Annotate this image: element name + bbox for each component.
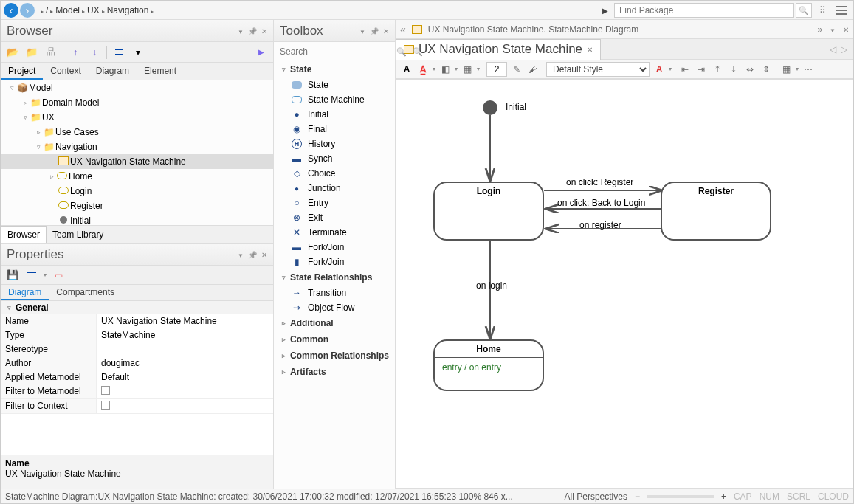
tool-terminate[interactable]: Terminate [274, 225, 395, 240]
close-icon[interactable] [261, 249, 267, 260]
menu-button[interactable] [24, 268, 39, 283]
toolbox-section-common[interactable]: Common [274, 331, 395, 348]
tab-browser[interactable]: Browser [1, 226, 47, 243]
prop-type[interactable]: StateMachine [97, 328, 273, 342]
zoom-out[interactable]: − [635, 491, 640, 502]
tab-next[interactable]: ▷ [841, 44, 847, 55]
close-icon[interactable] [843, 24, 849, 35]
state-register[interactable]: Register [661, 182, 771, 241]
tool-choice[interactable]: Choice [274, 166, 395, 181]
project-tree[interactable]: Model Domain Model UX Use Cases Navigati… [1, 80, 273, 225]
save-button[interactable] [5, 268, 20, 283]
search-icon[interactable] [413, 46, 423, 57]
toolbox-section-commonrel[interactable]: Common Relationships [274, 348, 395, 364]
tree-node-home[interactable]: Home [1, 169, 273, 184]
font-color-button[interactable]: A [400, 62, 413, 77]
tree-node-ux[interactable]: UX [1, 110, 273, 125]
more-button[interactable]: ⋯ [802, 62, 815, 77]
pin-icon[interactable] [248, 249, 257, 260]
tool-history[interactable]: History [274, 137, 395, 151]
tab-compartments[interactable]: Compartments [49, 285, 122, 300]
fill-color-button[interactable]: A̲ [416, 62, 430, 77]
panel-dropdown-icon[interactable] [238, 249, 244, 260]
section-general[interactable]: General [1, 301, 273, 314]
nav-back-button[interactable] [4, 3, 18, 18]
tree-node-diagram[interactable]: UX Navigation State Machine [1, 154, 273, 169]
status-perspectives[interactable]: All Perspectives [565, 491, 627, 502]
text-style-button[interactable]: A [652, 62, 666, 77]
menu-button[interactable] [833, 2, 850, 18]
tab-project[interactable]: Project [1, 63, 43, 80]
panel-dropdown-icon[interactable] [359, 26, 365, 36]
prop-stereotype[interactable] [97, 342, 273, 356]
prop-author[interactable]: dougimac [97, 356, 273, 370]
tool-statemachine[interactable]: State Machine [274, 92, 395, 107]
tree-node-model[interactable]: Model [1, 80, 273, 95]
toolbox-search-input[interactable] [277, 46, 393, 57]
tab-team-library[interactable]: Team Library [47, 226, 109, 243]
tree-node-login[interactable]: Login [1, 184, 273, 199]
prop-filter-metamodel[interactable] [97, 384, 273, 398]
tool-forkjoin-h[interactable]: Fork/Join [274, 240, 395, 255]
tool-state[interactable]: State [274, 77, 395, 92]
tab-diagram-props[interactable]: Diagram [1, 285, 49, 300]
zoom-in[interactable]: + [721, 491, 726, 502]
tab-element[interactable]: Element [137, 63, 184, 80]
close-icon[interactable] [261, 26, 267, 36]
tool-exit[interactable]: Exit [274, 210, 395, 225]
structure-button[interactable] [44, 45, 58, 60]
style-select[interactable]: Default Style [546, 62, 650, 77]
brush-button[interactable]: 🖌 [526, 62, 540, 77]
layout-button[interactable]: ▦ [779, 62, 793, 77]
search-button[interactable] [796, 3, 812, 18]
tree-node-register[interactable]: Register [1, 199, 273, 213]
zoom-slider[interactable] [647, 495, 714, 498]
diagram-back-button[interactable] [400, 24, 406, 35]
toolbox-section-state[interactable]: State [274, 61, 395, 77]
align-right-button[interactable]: ⇥ [695, 62, 708, 77]
open-folder-button[interactable] [24, 45, 39, 60]
properties-grid[interactable]: General NameUX Navigation State Machine … [1, 301, 273, 455]
play-icon[interactable] [598, 5, 613, 15]
menu-dropdown[interactable]: ▾ [131, 45, 145, 60]
diagram-tab-active[interactable]: UX Navigation State Machine [396, 39, 601, 60]
run-button[interactable] [254, 45, 269, 60]
tool-objectflow[interactable]: Object Flow [274, 300, 395, 315]
toolbox-section-additional[interactable]: Additional [274, 315, 395, 331]
prop-metamodel[interactable]: Default [97, 370, 273, 384]
tab-context[interactable]: Context [43, 63, 88, 80]
same-width-button[interactable]: ⇔ [743, 62, 757, 77]
panel-dropdown-icon[interactable] [830, 24, 836, 35]
initial-node[interactable] [483, 100, 497, 115]
tab-prev[interactable]: ◁ [830, 44, 836, 55]
border-color-button[interactable]: ▦ [461, 62, 474, 77]
toolbox-section-relationships[interactable]: State Relationships [274, 269, 395, 286]
panel-dropdown-icon[interactable] [238, 26, 244, 36]
state-login[interactable]: Login [433, 182, 544, 241]
tree-node-navigation[interactable]: Navigation [1, 139, 273, 154]
pin-icon[interactable] [370, 26, 379, 36]
tool-forkjoin-v[interactable]: Fork/Join [274, 255, 395, 269]
nav-forward-button[interactable] [20, 3, 35, 18]
tool-junction[interactable]: Junction [274, 181, 395, 196]
tree-node-initial[interactable]: Initial [1, 213, 273, 225]
diagram-forward-button[interactable] [817, 24, 822, 35]
new-folder-button[interactable] [5, 45, 20, 60]
tool-synch[interactable]: Synch [274, 151, 395, 166]
align-left-button[interactable]: ⇤ [678, 62, 692, 77]
tool-entry[interactable]: Entry [274, 196, 395, 210]
find-package-input[interactable] [614, 3, 794, 18]
perspectives-button[interactable] [813, 2, 831, 18]
breadcrumb[interactable]: / Model UX Navigation [41, 5, 154, 15]
toolbox-section-artifacts[interactable]: Artifacts [274, 364, 395, 380]
tab-close-button[interactable] [587, 44, 593, 55]
tool-transition[interactable]: Transition [274, 286, 395, 300]
line-width-input[interactable] [486, 62, 507, 77]
prop-filter-context[interactable] [97, 399, 273, 413]
tree-node-usecases[interactable]: Use Cases [1, 125, 273, 139]
state-home[interactable]: Home entry / on entry [433, 339, 544, 391]
pencil-button[interactable]: ✎ [510, 62, 523, 77]
align-top-button[interactable]: ⤒ [711, 62, 724, 77]
new-element-button[interactable] [51, 268, 66, 283]
prop-name[interactable]: UX Navigation State Machine [97, 314, 273, 328]
